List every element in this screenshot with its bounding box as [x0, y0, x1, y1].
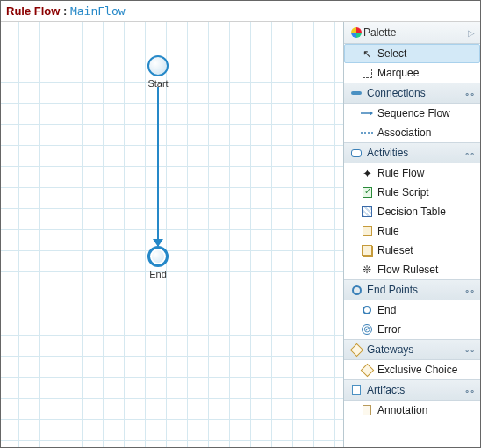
sequence-flow-icon: [360, 106, 374, 120]
palette-item-label: Rule Script: [377, 186, 429, 199]
section-connections[interactable]: Connections ∘∘: [344, 83, 480, 104]
palette-item-label: Rule: [377, 225, 399, 237]
chevron-icon: ∘∘: [464, 345, 475, 355]
rule-flow-editor: Rule Flow : MainFlow Start End Palette ▷…: [0, 0, 481, 448]
rule-script-icon: [360, 185, 374, 199]
editor-body: Start End Palette ▷ ↖ Select Marquee: [1, 22, 480, 447]
palette-item-label: Decision Table: [377, 206, 446, 218]
palette-item-rule-script[interactable]: Rule Script: [344, 183, 480, 202]
end-node[interactable]: [147, 246, 169, 267]
section-activities[interactable]: Activities ∘∘: [344, 142, 480, 163]
activities-icon: [349, 146, 363, 160]
palette-item-label: Flow Ruleset: [377, 264, 438, 276]
decision-table-icon: [360, 205, 374, 219]
palette-item-label: End: [377, 304, 396, 316]
palette-item-flow-ruleset[interactable]: ❊ Flow Ruleset: [344, 260, 480, 279]
marquee-icon: [360, 66, 374, 80]
palette-item-ruleset[interactable]: Ruleset: [344, 241, 480, 260]
palette-item-label: Ruleset: [377, 244, 413, 257]
chevron-icon: ∘∘: [464, 285, 475, 295]
svg-marker-1: [370, 111, 373, 116]
palette-item-end[interactable]: End: [344, 300, 480, 320]
palette-item-label: Marquee: [377, 67, 419, 79]
chevron-icon: ∘∘: [464, 148, 475, 158]
annotation-icon: [360, 403, 374, 417]
palette-item-label: Rule Flow: [377, 167, 424, 179]
palette-item-label: Exclusive Choice: [377, 364, 457, 376]
chevron-icon: ∘∘: [464, 386, 475, 395]
palette-item-select[interactable]: ↖ Select: [344, 44, 480, 63]
palette-item-error[interactable]: ⊘ Error: [344, 320, 480, 339]
palette-item-exclusive-choice[interactable]: Exclusive Choice: [344, 360, 480, 379]
section-end-points[interactable]: End Points ∘∘: [344, 279, 480, 300]
header-label: Rule Flow: [6, 4, 60, 18]
end-points-icon: [349, 283, 363, 297]
start-node[interactable]: [147, 55, 169, 76]
palette-item-marquee[interactable]: Marquee: [344, 63, 480, 83]
ruleset-icon: [360, 243, 374, 257]
gateways-icon: [349, 343, 363, 357]
palette-icon: [349, 25, 363, 40]
connections-icon: [349, 86, 363, 100]
exclusive-choice-icon: [360, 363, 374, 377]
editor-header: Rule Flow : MainFlow: [1, 1, 480, 22]
palette-item-rule-flow[interactable]: ✦ Rule Flow: [344, 163, 480, 183]
palette-header[interactable]: Palette ▷: [344, 22, 480, 44]
flow-ruleset-icon: ❊: [360, 263, 374, 277]
palette-item-sequence-flow[interactable]: Sequence Flow: [344, 104, 480, 123]
sequence-flow-edge[interactable]: [157, 87, 159, 246]
palette-item-association[interactable]: Association: [344, 123, 480, 142]
diagram-canvas[interactable]: Start End: [1, 22, 343, 447]
palette-title: Palette: [363, 26, 468, 39]
error-icon: ⊘: [360, 322, 374, 336]
collapse-icon[interactable]: ▷: [468, 28, 475, 38]
palette-item-label: Select: [377, 47, 406, 60]
header-flow-name: MainFlow: [70, 4, 126, 18]
cursor-icon: ↖: [360, 47, 374, 61]
section-artifacts[interactable]: Artifacts ∘∘: [344, 379, 480, 401]
section-gateways[interactable]: Gateways ∘∘: [344, 339, 480, 360]
palette-item-annotation[interactable]: Annotation: [344, 401, 480, 420]
palette-item-label: Sequence Flow: [377, 107, 450, 119]
palette-panel: Palette ▷ ↖ Select Marquee Connections ∘…: [343, 22, 480, 447]
palette-item-label: Annotation: [377, 404, 427, 416]
rule-icon: [360, 224, 374, 238]
end-node-label: End: [140, 269, 176, 279]
palette-item-decision-table[interactable]: Decision Table: [344, 202, 480, 221]
header-colon: :: [63, 4, 70, 18]
artifacts-icon: [349, 383, 363, 397]
palette-item-rule[interactable]: Rule: [344, 221, 480, 241]
association-icon: [360, 126, 374, 140]
rule-flow-icon: ✦: [360, 166, 374, 180]
chevron-icon: ∘∘: [464, 89, 475, 98]
palette-item-label: Association: [377, 126, 431, 139]
palette-item-label: Error: [377, 323, 401, 336]
end-icon: [360, 303, 374, 317]
